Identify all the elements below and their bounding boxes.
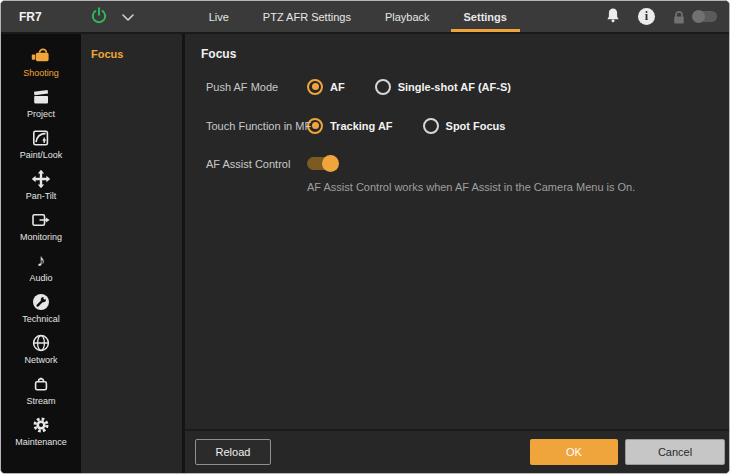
lock-toggle[interactable] xyxy=(693,11,717,22)
af-assist-control-toggle[interactable] xyxy=(307,157,337,170)
sidebar-item-label: Paint/Look xyxy=(20,150,63,160)
setting-label: Push AF Mode xyxy=(206,81,278,93)
radio-option-spot-focus[interactable]: Spot Focus xyxy=(423,118,506,134)
footer-right-buttons: OK Cancel xyxy=(530,439,725,465)
main-tabs: Live PTZ AFR Settings Playback Settings xyxy=(192,1,524,32)
sidebar-item-project[interactable]: Project xyxy=(1,82,81,123)
sidebar-item-monitoring[interactable]: Monitoring xyxy=(1,205,81,246)
radio-option-label: Single-shot AF (AF-S) xyxy=(398,81,511,93)
info-icon[interactable]: i xyxy=(638,8,655,25)
brand-label: FR7 xyxy=(19,10,42,24)
app-body: Shooting Project xyxy=(1,34,729,473)
af-assist-description: AF Assist Control works when AF Assist i… xyxy=(185,181,729,193)
stream-box-icon xyxy=(31,374,51,394)
lock-group[interactable] xyxy=(671,9,717,25)
radio-option-single-shot-af[interactable]: Single-shot AF (AF-S) xyxy=(375,79,511,95)
sidebar-item-label: Network xyxy=(24,355,57,365)
globe-icon xyxy=(31,333,51,353)
clapperboard-icon xyxy=(31,87,51,107)
sidebar-item-technical[interactable]: Technical xyxy=(1,287,81,328)
panel-title: Focus xyxy=(201,47,729,62)
setting-label: Touch Function in MF xyxy=(206,120,311,132)
radio-option-label: AF xyxy=(330,81,345,93)
submenu-column: Focus xyxy=(81,34,182,473)
sidebar-item-label: Monitoring xyxy=(20,232,62,242)
sidebar-item-stream[interactable]: Stream xyxy=(1,369,81,410)
footer-bar: Reload OK Cancel xyxy=(185,429,729,473)
power-icon[interactable] xyxy=(90,6,108,28)
sidebar-item-label: Shooting xyxy=(23,68,59,78)
sidebar-item-label: Audio xyxy=(29,273,52,283)
radio-option-tracking-af[interactable]: Tracking AF xyxy=(307,118,393,134)
camcorder-icon xyxy=(31,46,51,66)
chevron-down-icon[interactable] xyxy=(122,8,134,26)
setting-row-af-assist-control: AF Assist Control xyxy=(185,155,729,172)
submenu-item-focus[interactable]: Focus xyxy=(81,34,182,60)
sidebar-item-label: Pan-Tilt xyxy=(26,191,57,201)
touch-function-radio-group: Tracking AF Spot Focus xyxy=(307,118,505,134)
bell-icon[interactable] xyxy=(604,6,622,28)
sidebar-item-label: Stream xyxy=(26,396,55,406)
sidebar-item-audio[interactable]: ♪ Audio xyxy=(1,246,81,287)
pan-tilt-arrows-icon xyxy=(31,169,51,189)
reload-button[interactable]: Reload xyxy=(195,439,271,465)
push-af-mode-radio-group: AF Single-shot AF (AF-S) xyxy=(307,79,511,95)
sidebar-item-label: Technical xyxy=(22,314,60,324)
radio-selected-icon xyxy=(307,79,323,95)
monitor-out-icon xyxy=(31,210,51,230)
sidebar-item-pan-tilt[interactable]: Pan-Tilt xyxy=(1,164,81,205)
cancel-button[interactable]: Cancel xyxy=(625,439,725,465)
radio-option-af[interactable]: AF xyxy=(307,79,345,95)
top-icons: i xyxy=(604,6,717,28)
music-note-icon: ♪ xyxy=(37,251,46,271)
sidebar-item-label: Project xyxy=(27,109,55,119)
tab-settings[interactable]: Settings xyxy=(447,1,524,32)
setting-row-push-af-mode: Push AF Mode AF Single-shot AF (AF-S) xyxy=(185,78,729,95)
paint-look-icon xyxy=(31,128,51,148)
sidebar-item-paint-look[interactable]: Paint/Look xyxy=(1,123,81,164)
radio-unselected-icon xyxy=(375,79,391,95)
sidebar-item-shooting[interactable]: Shooting xyxy=(1,41,81,82)
fr7-web-app-window: FR7 Live PTZ AFR Settings Playback Setti… xyxy=(0,0,730,474)
sidebar-item-maintenance[interactable]: Maintenance xyxy=(1,410,81,451)
lock-icon xyxy=(671,9,687,25)
top-bar: FR7 Live PTZ AFR Settings Playback Setti… xyxy=(1,1,729,34)
radio-option-label: Spot Focus xyxy=(446,120,506,132)
sidebar: Shooting Project xyxy=(1,34,81,473)
wrench-icon xyxy=(31,292,51,312)
ok-button[interactable]: OK xyxy=(530,439,618,465)
gear-icon xyxy=(31,415,51,435)
radio-unselected-icon xyxy=(423,118,439,134)
setting-row-touch-function-in-mf: Touch Function in MF Tracking AF Spot Fo… xyxy=(185,117,729,134)
sidebar-item-label: Maintenance xyxy=(15,437,67,447)
setting-label: AF Assist Control xyxy=(206,158,290,170)
sidebar-item-network[interactable]: Network xyxy=(1,328,81,369)
radio-option-label: Tracking AF xyxy=(330,120,393,132)
power-group xyxy=(90,6,134,28)
tab-playback[interactable]: Playback xyxy=(368,1,447,32)
tab-live[interactable]: Live xyxy=(192,1,246,32)
tab-ptz-afr-settings[interactable]: PTZ AFR Settings xyxy=(246,1,368,32)
focus-settings-panel: Focus Push AF Mode AF Single-shot AF (AF… xyxy=(185,34,729,473)
